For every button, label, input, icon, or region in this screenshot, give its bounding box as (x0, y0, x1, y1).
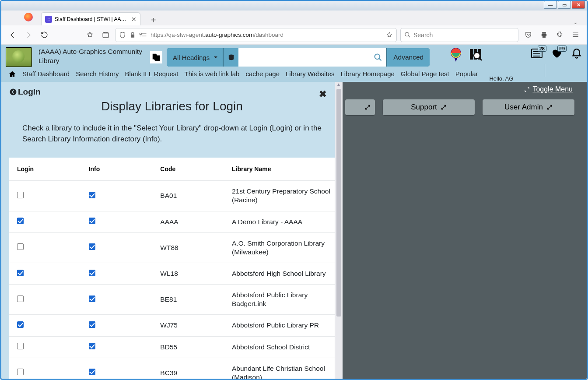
info-checkbox[interactable] (89, 270, 95, 276)
login-checkbox[interactable] (17, 192, 24, 198)
table-row: AAAAA Demo Library - AAAA (9, 211, 335, 232)
balloon-icon[interactable] (450, 48, 462, 63)
print-icon[interactable] (538, 29, 550, 41)
nav-refresh-button[interactable] (38, 29, 50, 41)
browser-tab-strip: :: Staff Dashboard | STWI | AAAA ✕ + ⌄ (1, 11, 587, 25)
code-cell: WT88 (152, 232, 224, 263)
nav-back-button[interactable] (7, 29, 19, 41)
search-icon (404, 32, 411, 38)
browser-search-input[interactable] (413, 32, 514, 39)
table-row: WT88A.O. Smith Corporation Library (Milw… (9, 232, 335, 263)
new-tab-button[interactable]: + (147, 15, 160, 25)
admin-card-partial[interactable] (345, 99, 375, 115)
login-checkbox[interactable] (17, 343, 24, 349)
info-checkbox[interactable] (89, 243, 95, 250)
nav-popular[interactable]: Popular (455, 70, 478, 77)
svg-point-4 (375, 54, 380, 60)
catalog-search-button[interactable] (370, 48, 386, 67)
browser-tab[interactable]: :: Staff Dashboard | STWI | AAAA ✕ (41, 12, 140, 25)
info-checkbox[interactable] (89, 321, 95, 328)
nav-staff-dashboard[interactable]: Staff Dashboard (22, 70, 70, 77)
info-checkbox[interactable] (89, 296, 95, 302)
nav-library-websites[interactable]: Library Websites (286, 70, 334, 77)
catalog-search-input[interactable] (241, 54, 367, 61)
tabs-dropdown-icon[interactable]: ⌄ (573, 19, 578, 25)
library-name-cell: Abundant Life Christian School (Madison) (224, 358, 335, 379)
code-cell: AAAA (152, 211, 224, 232)
tab-title: Staff Dashboard | STWI | AAAA (55, 16, 127, 22)
code-cell: WL18 (152, 263, 224, 284)
toggle-menu-link[interactable]: Toggle Menu (524, 85, 573, 93)
info-checkbox[interactable] (89, 343, 95, 349)
library-name-cell: Abbotsford High School Library (224, 263, 335, 284)
window-maximize-button[interactable]: ▭ (558, 1, 571, 9)
library-name-cell: 21st Century Preparatory School (Racine) (224, 181, 335, 211)
bookmark-page-icon[interactable] (386, 32, 393, 39)
window-minimize-button[interactable]: — (544, 1, 557, 9)
list-icon[interactable]: 28 (531, 48, 543, 59)
nav-forward-button[interactable] (22, 29, 35, 41)
panel-title: Display Libraries for Login (9, 99, 335, 113)
table-row: WL18Abbotsford High School Library (9, 263, 335, 284)
login-checkbox[interactable] (17, 270, 24, 276)
panel-scroll-track[interactable]: ▲ (335, 82, 343, 379)
table-row: BC39Abundant Life Christian School (Madi… (9, 358, 335, 379)
library-name-cell: Abbotsford Public Library PR (224, 315, 335, 336)
extensions-icon[interactable] (553, 29, 566, 41)
nav-global-page-test[interactable]: Global Page test (401, 70, 449, 77)
col-login: Login (9, 158, 81, 181)
database-icon[interactable] (223, 48, 238, 67)
expand-icon (546, 104, 553, 110)
panel-back-button[interactable]: Login (9, 87, 335, 97)
info-checkbox[interactable] (89, 192, 95, 198)
code-cell: BA01 (152, 181, 224, 211)
translation-icon[interactable] (150, 51, 162, 63)
libraries-table: Login Info Code Library Name BA0121st Ce… (9, 158, 335, 379)
firefox-logo-icon (24, 13, 33, 21)
window-close-button[interactable]: ✕ (572, 1, 585, 9)
svg-point-11 (10, 89, 17, 95)
notifications-icon[interactable] (571, 48, 582, 60)
url-bar[interactable]: https://qa-stwi-agent.auto-graphics.com/… (115, 28, 397, 42)
table-row: BD55Abbotsford School District (9, 336, 335, 358)
app-menu-icon[interactable] (569, 29, 581, 41)
browser-search-box[interactable] (400, 28, 518, 42)
admin-card-user-admin[interactable]: User Admin (483, 99, 574, 115)
hello-text: Hello, AG (489, 75, 538, 82)
favorites-badge: F9 (557, 46, 567, 52)
tab-close-icon[interactable]: ✕ (131, 16, 136, 23)
login-panel: ▲ Login ✖ Display Libraries for Login Ch… (1, 82, 343, 379)
library-name-cell: A Demo Library - AAAA (224, 211, 335, 232)
home-icon[interactable] (8, 70, 16, 77)
code-cell: BD55 (152, 336, 224, 358)
login-checkbox[interactable] (17, 243, 24, 250)
table-row: BA0121st Century Preparatory School (Rac… (9, 181, 335, 211)
admin-card-support[interactable]: Support (383, 99, 475, 115)
nav-search-history[interactable]: Search History (76, 70, 119, 77)
login-checkbox[interactable] (17, 296, 24, 302)
panel-close-button[interactable]: ✖ (319, 89, 327, 99)
nav-cache-page[interactable]: cache page (245, 70, 280, 77)
login-checkbox[interactable] (17, 321, 24, 328)
advanced-search-button[interactable]: Advanced (386, 48, 430, 67)
login-checkbox[interactable] (17, 218, 24, 224)
calendar-icon[interactable] (99, 29, 112, 41)
svg-rect-6 (470, 49, 473, 60)
bookmark-star-icon[interactable] (84, 29, 96, 41)
info-checkbox[interactable] (89, 369, 95, 375)
login-checkbox[interactable] (17, 369, 24, 375)
pocket-icon[interactable] (522, 29, 534, 41)
catalog-search: All Headings Advanced (167, 48, 430, 67)
col-name: Library Name (224, 158, 335, 181)
svg-rect-0 (103, 33, 108, 38)
col-code: Code (152, 158, 224, 181)
resources-icon[interactable] (469, 48, 484, 61)
nav-blank-ill[interactable]: Blank ILL Request (125, 70, 178, 77)
browser-toolbar: https://qa-stwi-agent.auto-graphics.com/… (1, 25, 587, 45)
favorites-icon[interactable]: F9 (551, 48, 563, 59)
nav-library-homepage[interactable]: Library Homepage (340, 70, 394, 77)
info-checkbox[interactable] (89, 218, 95, 224)
headings-dropdown[interactable]: All Headings (167, 48, 223, 67)
nav-web-link-lab[interactable]: This is web link lab (185, 70, 240, 77)
library-name-cell: A.O. Smith Corporation Library (Milwauke… (224, 232, 335, 263)
